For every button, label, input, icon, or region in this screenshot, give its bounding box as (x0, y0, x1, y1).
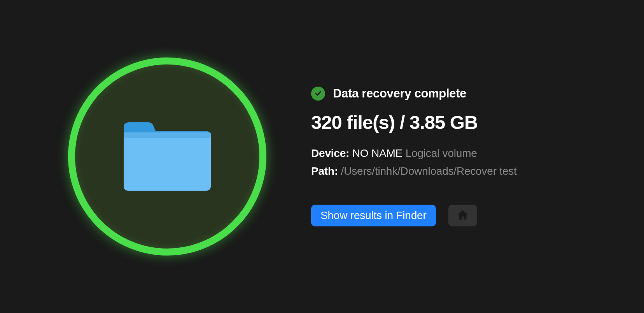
show-results-button[interactable]: Show results in Finder (311, 205, 436, 226)
home-icon (457, 209, 469, 223)
recovery-complete-panel: Data recovery complete 320 file(s) / 3.8… (0, 57, 644, 256)
path-row: Path: /Users/tinhk/Downloads/Recover tes… (311, 165, 517, 177)
check-icon (311, 87, 325, 101)
status-title: Data recovery complete (333, 87, 466, 101)
device-label: Device: (311, 147, 349, 159)
home-button[interactable] (448, 205, 477, 226)
device-row: Device: NO NAME Logical volume (311, 147, 517, 160)
recovery-details: Data recovery complete 320 file(s) / 3.8… (311, 87, 517, 226)
actions-row: Show results in Finder (311, 205, 517, 226)
path-label: Path: (311, 165, 338, 177)
device-name: NO NAME (352, 147, 402, 159)
path-value: /Users/tinhk/Downloads/Recover test (341, 165, 517, 177)
svg-rect-0 (124, 132, 211, 138)
folder-icon (121, 117, 214, 196)
status-row: Data recovery complete (311, 87, 517, 101)
recovery-summary: 320 file(s) / 3.85 GB (311, 111, 517, 133)
progress-visual (68, 57, 266, 256)
device-type: Logical volume (406, 147, 477, 159)
